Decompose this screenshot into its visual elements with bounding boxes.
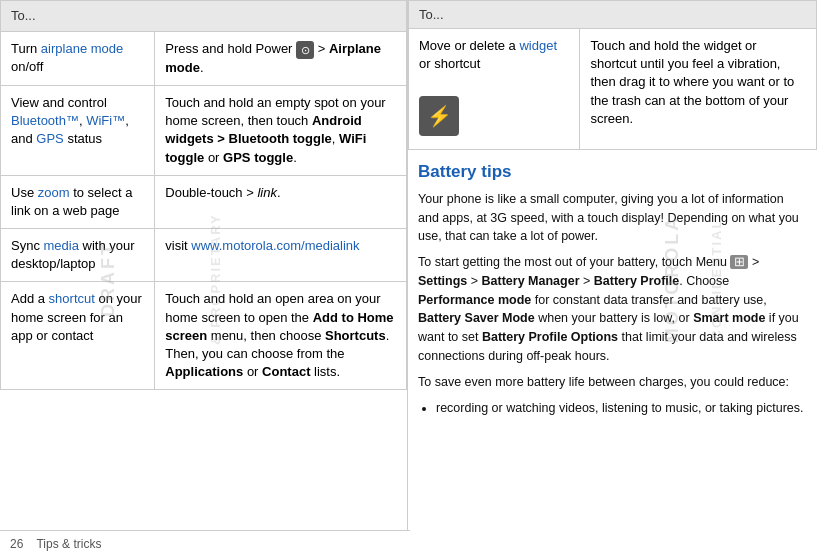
battery-section: Battery tips Your phone is like a small … [408,150,817,429]
contact-bold: Contact [262,364,310,379]
right-table-section: To... Move or delete a widget or shortcu… [408,0,817,150]
action-cell: Turn airplane mode on/off [1,32,155,86]
wifi-link[interactable]: WiFi™ [86,113,125,128]
instruction-cell: Touch and hold the widget or shortcut un… [580,29,816,149]
gps-link[interactable]: GPS [36,131,63,146]
instruction-cell: Press and hold Power ⊙ > Airplane mode. [155,32,407,86]
to-header: To... [1,1,407,32]
menu-icon [730,255,748,269]
performance-mode-bold: Performance mode [418,293,531,307]
instruction-cell: visit www.motorola.com/medialink [155,229,407,282]
airplane-mode-bold: Airplane mode [165,41,381,75]
smart-mode-bold: Smart mode [693,311,765,325]
right-panel: To... Move or delete a widget or shortcu… [408,0,817,429]
action-cell: View and control Bluetooth™, WiFi™, and … [1,85,155,175]
widget-icon [419,96,459,136]
table-row: Sync media with your desktop/laptop visi… [1,229,407,282]
action-cell: Use zoom to select a link on a web page [1,175,155,228]
battery-para-2: To start getting the most out of your ba… [418,253,807,366]
medialink-url[interactable]: www.motorola.com/medialink [191,238,359,253]
table-row: Move or delete a widget or shortcut Touc… [409,29,816,149]
battery-saver-bold: Battery Saver Mode [418,311,535,325]
battery-bullet-list: recording or watching videos, listening … [436,399,807,418]
tips-table-left: To... Turn airplane mode on/off Press an… [0,0,407,390]
applications-bold: Applications [165,364,243,379]
battery-manager-bold: Battery Manager [482,274,580,288]
instruction-cell: Touch and hold an empty spot on your hom… [155,85,407,175]
page-number: 26 [10,537,23,551]
section-name: Tips & tricks [36,537,101,551]
table-row: View and control Bluetooth™, WiFi™, and … [1,85,407,175]
settings-bold: Settings [418,274,467,288]
battery-intro: Your phone is like a small computer, giv… [418,190,807,392]
gps-toggle-bold: GPS toggle [223,150,293,165]
right-column: To... Move or delete a widget or shortcu… [408,0,817,557]
action-cell: Add a shortcut on your home screen for a… [1,282,155,390]
instruction-cell: Touch and hold an open area on your home… [155,282,407,390]
table-row: Use zoom to select a link on a web page … [1,175,407,228]
table-row: Add a shortcut on your home screen for a… [1,282,407,390]
instruction-cell: Double-touch > link. [155,175,407,228]
table-header-row: To... [1,1,407,32]
battery-para-3: To save even more battery life between c… [418,373,807,392]
battery-profile-options-bold: Battery Profile Options [482,330,618,344]
airplane-mode-link[interactable]: airplane mode [41,41,123,56]
shortcut-link[interactable]: shortcut [49,291,95,306]
action-cell: Sync media with your desktop/laptop [1,229,155,282]
left-column: To... Turn airplane mode on/off Press an… [0,0,408,557]
bullet-item: recording or watching videos, listening … [436,399,807,418]
battery-profile-bold: Battery Profile [594,274,679,288]
battery-para-1: Your phone is like a small computer, giv… [418,190,807,246]
zoom-link[interactable]: zoom [38,185,70,200]
shortcuts-bold: Shortcuts [325,328,386,343]
bluetooth-link[interactable]: Bluetooth™ [11,113,79,128]
bluetooth-toggle-bold: Bluetooth toggle [229,131,332,146]
right-table-header: To... [409,1,816,29]
action-cell: Move or delete a widget or shortcut [409,29,580,149]
table-row: Turn airplane mode on/off Press and hold… [1,32,407,86]
page-footer: 26 Tips & tricks [0,530,410,557]
widget-link[interactable]: widget [519,38,557,53]
media-link[interactable]: media [44,238,79,253]
battery-title: Battery tips [418,162,807,182]
power-icon: ⊙ [296,41,314,59]
right-inner-table: Move or delete a widget or shortcut Touc… [409,29,816,149]
link-italic: link [257,185,277,200]
